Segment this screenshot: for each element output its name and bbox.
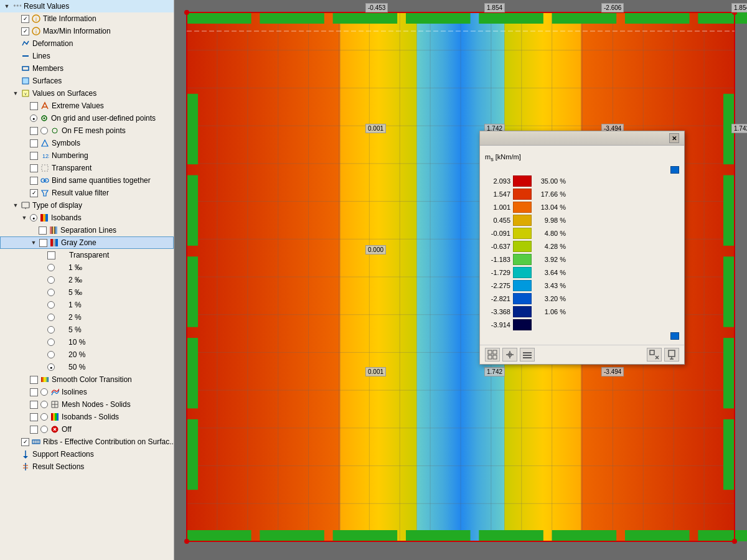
sidebar-item-20pct[interactable]: 20 % [0, 348, 174, 361]
checkbox-separation-lines[interactable] [39, 226, 47, 235]
sidebar-item-maxmin-info[interactable]: iMax/Min Information [0, 25, 174, 37]
radio-10pct[interactable] [47, 338, 55, 346]
radio-50pct[interactable] [47, 363, 55, 371]
expand-btn-gray-zone[interactable]: ▼ [29, 238, 38, 247]
radio-isobands-solids[interactable] [40, 413, 48, 421]
sidebar-item-mesh-nodes-solids[interactable]: Mesh Nodes - Solids [0, 398, 174, 411]
sidebar-item-10pct[interactable]: 10 % [0, 336, 174, 348]
checkbox-symbols[interactable] [30, 139, 38, 147]
radio-isolines[interactable] [40, 388, 48, 396]
sidebar-item-members[interactable]: Members [0, 62, 174, 75]
expand-btn-smooth-color[interactable] [20, 375, 29, 384]
sidebar-item-50pct[interactable]: 50 % [0, 361, 174, 373]
sidebar-item-extreme-values[interactable]: Extreme Values [0, 100, 174, 112]
sidebar-item-on-fe-mesh[interactable]: On FE mesh points [0, 124, 174, 137]
radio-on-fe-mesh[interactable] [40, 127, 48, 134]
sidebar-item-1ppt[interactable]: 1 ‰ [0, 261, 174, 274]
expand-btn-1pct[interactable] [37, 301, 46, 309]
sidebar-item-result-sections[interactable]: Result Sections [0, 460, 174, 473]
expand-btn-1ppt[interactable] [37, 263, 46, 272]
expand-btn-type-of-display[interactable]: ▼ [11, 201, 20, 210]
expand-btn-deformation[interactable] [11, 39, 20, 48]
checkbox-result-value-filter[interactable] [30, 189, 38, 197]
expand-btn-isobands[interactable]: ▼ [20, 213, 29, 222]
radio-mesh-nodes-solids[interactable] [40, 401, 48, 408]
sidebar-item-5pct[interactable]: 5 % [0, 324, 174, 336]
radio-on-grid-points[interactable] [30, 114, 37, 122]
expand-btn-5pct[interactable] [37, 325, 46, 334]
radio-isobands[interactable] [30, 214, 37, 222]
expand-btn-2pct[interactable] [37, 313, 46, 322]
expand-btn-result-sections[interactable] [11, 462, 20, 471]
expand-btn-result-values[interactable]: ▼ [2, 2, 11, 11]
expand-btn-50pct[interactable] [37, 363, 46, 371]
sidebar-item-smooth-color[interactable]: Smooth Color Transition [0, 373, 174, 386]
radio-5pct[interactable] [47, 326, 55, 334]
cp-pin-button[interactable] [664, 348, 679, 362]
sidebar-item-2pct[interactable]: 2 % [0, 311, 174, 324]
checkbox-numbering[interactable] [30, 152, 38, 160]
radio-1pct[interactable] [47, 301, 55, 309]
sidebar-item-ribs[interactable]: Ribs - Effective Contribution on Surfac.… [0, 436, 174, 448]
expand-btn-mesh-nodes-solids[interactable] [20, 400, 29, 409]
checkbox-gray-zone[interactable] [39, 239, 47, 247]
sidebar-item-separation-lines[interactable]: Separation Lines [0, 224, 174, 236]
sidebar-item-numbering[interactable]: 123Numbering [0, 149, 174, 162]
checkbox-isolines[interactable] [30, 388, 38, 396]
sidebar-item-lines[interactable]: Lines [0, 50, 174, 62]
cp-close-button[interactable]: ✕ [669, 133, 679, 143]
sidebar-item-symbols[interactable]: Symbols [0, 137, 174, 149]
sidebar-item-off[interactable]: Off [0, 423, 174, 436]
checkbox-isobands-solids[interactable] [30, 413, 38, 421]
checkbox-bind-same[interactable] [30, 177, 38, 185]
cp-resize-button[interactable] [647, 348, 662, 362]
sidebar-item-gray-zone[interactable]: ▼Gray Zone [0, 236, 174, 249]
expand-btn-2ppt[interactable] [37, 276, 46, 284]
cp-icon-settings[interactable] [520, 348, 535, 362]
expand-btn-20pct[interactable] [37, 350, 46, 359]
radio-2ppt[interactable] [47, 276, 55, 284]
expand-btn-lines[interactable] [11, 52, 20, 60]
sidebar-item-title-info[interactable]: iTitle Information [0, 12, 174, 25]
expand-btn-members[interactable] [11, 64, 20, 73]
expand-btn-surfaces[interactable] [11, 77, 20, 85]
checkbox-extreme-values[interactable] [30, 102, 38, 110]
checkbox-transparent[interactable] [30, 164, 38, 172]
expand-btn-10pct[interactable] [37, 338, 46, 347]
expand-btn-maxmin-info[interactable] [11, 27, 20, 35]
expand-btn-values-on-surfaces[interactable]: ▼ [11, 89, 20, 98]
sidebar-item-type-of-display[interactable]: ▼Type of display [0, 199, 174, 212]
cp-icon-grid[interactable] [485, 348, 500, 362]
checkbox-transparent2[interactable] [47, 251, 55, 259]
sidebar-item-isolines[interactable]: Isolines [0, 386, 174, 398]
cp-icon-scale[interactable] [502, 348, 517, 362]
expand-btn-symbols[interactable] [20, 139, 29, 147]
sidebar-item-bind-same[interactable]: Bind same quantities together [0, 174, 174, 187]
expand-btn-on-fe-mesh[interactable] [20, 126, 29, 135]
checkbox-off[interactable] [30, 426, 38, 434]
sidebar-item-surfaces[interactable]: Surfaces [0, 75, 174, 87]
checkbox-smooth-color[interactable] [30, 376, 38, 384]
radio-2pct[interactable] [47, 314, 55, 321]
expand-btn-on-grid-points[interactable] [20, 114, 29, 123]
checkbox-ribs[interactable] [21, 438, 29, 446]
sidebar-item-isobands-solids[interactable]: Isobands - Solids [0, 411, 174, 423]
expand-btn-transparent[interactable] [20, 164, 29, 172]
expand-btn-numbering[interactable] [20, 151, 29, 160]
expand-btn-extreme-values[interactable] [20, 101, 29, 110]
radio-5ppt[interactable] [47, 289, 55, 296]
radio-1ppt[interactable] [47, 264, 55, 271]
sidebar-item-1pct[interactable]: 1 % [0, 299, 174, 311]
sidebar-item-result-values[interactable]: ▼***Result Values [0, 0, 174, 12]
sidebar-item-transparent2[interactable]: Transparent [0, 249, 174, 261]
sidebar-item-on-grid-points[interactable]: On grid and user-defined points [0, 112, 174, 124]
expand-btn-5ppt[interactable] [37, 288, 46, 297]
expand-btn-isobands-solids[interactable] [20, 413, 29, 421]
expand-btn-transparent2[interactable] [37, 251, 46, 259]
sidebar-item-2ppt[interactable]: 2 ‰ [0, 274, 174, 286]
expand-btn-title-info[interactable] [11, 14, 20, 23]
checkbox-title-info[interactable] [21, 15, 29, 23]
checkbox-maxmin-info[interactable] [21, 27, 29, 35]
sidebar-item-support-reactions[interactable]: Support Reactions [0, 448, 174, 460]
expand-btn-isolines[interactable] [20, 388, 29, 396]
